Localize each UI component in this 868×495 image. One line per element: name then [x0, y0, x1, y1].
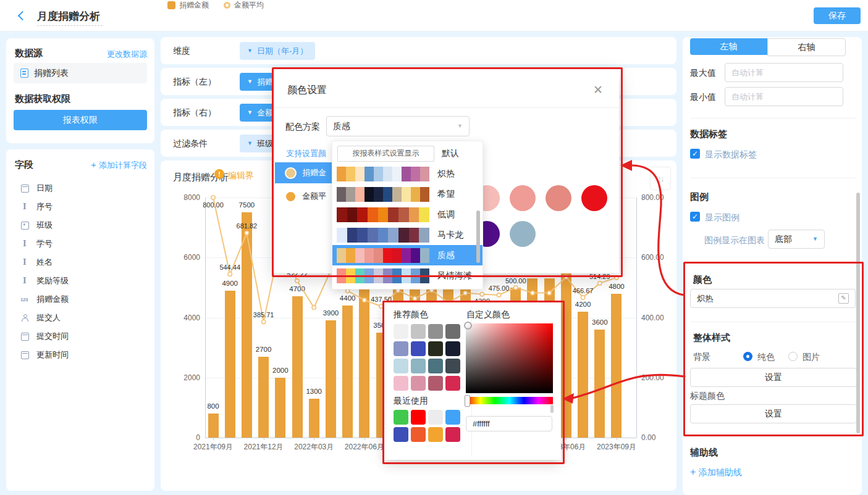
legend-checkbox[interactable]: ✓ [690, 212, 700, 222]
recent-swatch[interactable] [394, 427, 408, 442]
scheme-option-默认[interactable]: 按报表样式设置显示默认 [332, 143, 482, 164]
palette-cell [346, 187, 355, 202]
field-item[interactable]: 提交时间 [21, 330, 69, 343]
field-item[interactable]: 序号 [21, 200, 53, 214]
legend-item-bar[interactable]: 捐赠金额 [167, 0, 209, 10]
change-datasource-link[interactable]: 更改数据源 [107, 49, 147, 60]
bar[interactable] [275, 378, 285, 438]
bg-set-button[interactable]: 设置 [690, 368, 857, 387]
field-item[interactable]: 日期 [21, 181, 53, 195]
recommended-swatch[interactable] [445, 324, 460, 339]
field-item[interactable]: 奖励等级 [21, 274, 69, 288]
field-item[interactable]: 学号 [21, 237, 53, 251]
color-scheme-input[interactable]: 炽热 ✎ [690, 289, 856, 308]
bar[interactable] [309, 399, 319, 438]
recommended-swatch[interactable] [428, 376, 443, 391]
close-icon[interactable]: ✕ [593, 83, 603, 97]
scheme-color-circle[interactable] [510, 221, 536, 247]
bar[interactable] [208, 414, 219, 438]
sort-button[interactable]: ↑↓ [650, 167, 671, 190]
bar[interactable] [292, 296, 303, 438]
recent-swatch[interactable] [445, 410, 460, 425]
bar[interactable] [326, 320, 336, 438]
scheme-option-质感[interactable]: 质感 [332, 245, 482, 265]
recent-swatch[interactable] [411, 427, 426, 442]
scheme-style-button[interactable]: 按报表样式设置显示 [337, 146, 434, 162]
scheme-color-circle[interactable] [546, 185, 571, 211]
scheme-option-风情海滩[interactable]: 风情海滩 [332, 265, 482, 286]
hue-handle[interactable] [465, 395, 470, 407]
tab-right-axis[interactable]: 右轴 [767, 38, 846, 56]
legend-item-line[interactable]: 金额平均 [224, 0, 264, 10]
save-button[interactable]: 保存 [814, 7, 861, 24]
recommended-swatch[interactable] [394, 341, 408, 356]
field-item[interactable]: 捐赠金额 [21, 293, 69, 306]
recommended-swatch[interactable] [428, 341, 443, 356]
report-permission-button[interactable]: 报表权限 [14, 110, 147, 130]
config-pill[interactable]: ▼日期（年-月） [240, 42, 315, 60]
bar[interactable] [342, 306, 353, 438]
recommended-swatch[interactable] [394, 324, 408, 339]
field-item[interactable]: 提交人 [21, 311, 61, 325]
saturation-gradient[interactable] [466, 323, 553, 393]
edit-hint[interactable]: 编辑界 [228, 170, 254, 181]
recent-swatch[interactable] [411, 410, 426, 425]
bar[interactable] [578, 312, 588, 438]
max-input[interactable] [725, 63, 843, 82]
scheme-option-马卡龙[interactable]: 马卡龙 [332, 225, 482, 245]
add-calc-field-link[interactable]: + 添加计算字段 [91, 159, 147, 171]
recommended-swatch[interactable] [411, 376, 426, 391]
bar[interactable] [359, 273, 369, 438]
dropdown-scrollbar[interactable] [476, 210, 480, 263]
field-item[interactable]: 班级 [21, 218, 53, 232]
recent-swatch[interactable] [428, 410, 443, 425]
recommended-swatch[interactable] [411, 324, 426, 339]
datasource-table-row[interactable]: 捐赠列表 [14, 63, 147, 83]
palette-cell [374, 187, 383, 202]
recommended-swatch[interactable] [445, 376, 460, 391]
recommended-swatch[interactable] [445, 341, 460, 356]
scheme-option-低调[interactable]: 低调 [332, 204, 482, 225]
recommended-swatch[interactable] [394, 359, 408, 373]
add-guide-link[interactable]: + 添加辅助线 [690, 467, 742, 478]
recent-swatch[interactable] [445, 427, 460, 442]
bar[interactable] [242, 212, 252, 438]
recommended-swatch[interactable] [428, 359, 443, 373]
recommended-swatch[interactable] [411, 359, 426, 373]
recommended-swatch[interactable] [428, 324, 443, 339]
hex-input[interactable] [466, 416, 552, 431]
panel-scrollbar[interactable] [856, 193, 860, 433]
field-item[interactable]: 更新时间 [21, 348, 69, 362]
bar[interactable] [594, 330, 605, 438]
hue-slider[interactable] [466, 397, 553, 404]
field-item[interactable]: 姓名 [21, 256, 53, 269]
bg-radio-solid[interactable] [743, 352, 752, 361]
datalabel-checkbox[interactable]: ✓ [690, 149, 700, 159]
min-input[interactable] [725, 87, 843, 106]
bar[interactable] [258, 357, 269, 438]
mini-scrollbar[interactable] [550, 405, 554, 413]
modal-metric-row[interactable]: 捐赠金 [275, 162, 332, 183]
scheme-color-circle[interactable] [581, 185, 607, 211]
title-color-set-button[interactable]: 设置 [690, 404, 857, 423]
recommended-swatch[interactable] [394, 376, 408, 391]
recommended-swatch[interactable] [445, 359, 460, 373]
gradient-cursor[interactable] [464, 322, 472, 330]
back-icon[interactable] [18, 11, 28, 21]
scheme-select[interactable]: 质感 ▼ [326, 116, 470, 136]
modal-metric-row[interactable]: 金额平 [275, 186, 332, 207]
recent-swatch[interactable] [394, 410, 408, 425]
bar[interactable] [225, 291, 235, 438]
scheme-color-circle[interactable] [510, 185, 536, 211]
recent-swatch[interactable] [428, 427, 443, 442]
bar[interactable] [611, 294, 622, 438]
scheme-option-炽热[interactable]: 炽热 [332, 164, 482, 184]
recommended-swatch[interactable] [411, 341, 426, 356]
palette-cell [374, 248, 383, 263]
bg-radio-image[interactable] [788, 352, 798, 361]
tab-left-axis[interactable]: 左轴 [690, 38, 767, 55]
calendar-icon [21, 333, 29, 341]
scheme-option-希望[interactable]: 希望 [332, 184, 482, 204]
legend-pos-select[interactable]: 底部 ▼ [768, 230, 825, 249]
bar[interactable] [561, 273, 571, 438]
